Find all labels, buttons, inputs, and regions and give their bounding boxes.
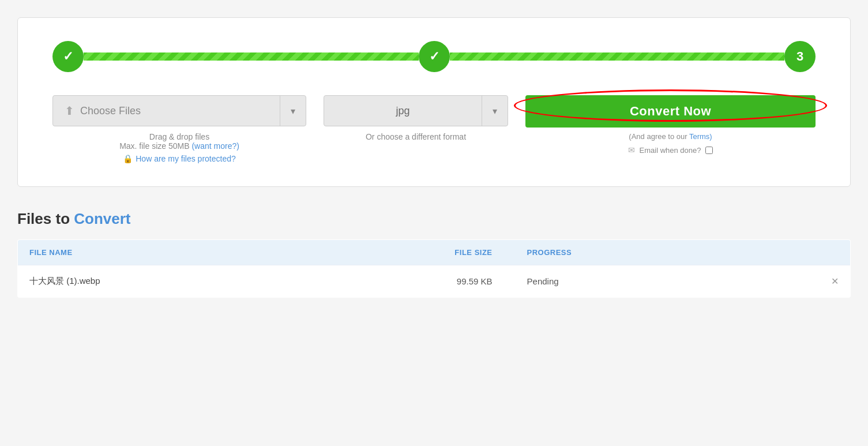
format-value[interactable]: jpg [324, 97, 482, 125]
choose-files-dropdown-arrow[interactable]: ▾ [280, 98, 306, 125]
format-select-button[interactable]: jpg ▾ [324, 95, 508, 126]
lock-icon: 🔒 [123, 154, 133, 163]
step-line-1 [84, 53, 419, 61]
table-row: 十大风景 (1).webp 99.59 KB Pending ✕ [18, 265, 851, 298]
choose-files-label: Choose Files [80, 105, 141, 117]
step-1-circle: ✓ [52, 41, 84, 72]
converter-card: ✓ ✓ 3 ⬆ Choose Files ▾ Drag [17, 17, 851, 187]
cell-filesize: 99.59 KB [313, 265, 504, 298]
format-helper-text: Or choose a different format [324, 132, 508, 141]
email-row: ✉ Email when done? [628, 145, 713, 155]
step-3-circle: 3 [784, 41, 816, 72]
protection-link[interactable]: 🔒 How are my files protected? [123, 154, 236, 163]
want-more-link[interactable]: (want more?) [191, 141, 239, 151]
choose-files-info: Drag & drop files Max. file size 50MB (w… [52, 132, 306, 163]
col-header-progress: PROGRESS [504, 240, 754, 265]
progress-steps: ✓ ✓ 3 [52, 41, 816, 72]
terms-text: (And agree to our Terms) [629, 132, 712, 141]
convert-now-button[interactable]: Convert Now [525, 95, 816, 128]
upload-icon: ⬆ [65, 104, 74, 118]
table-body: 十大风景 (1).webp 99.59 KB Pending ✕ [18, 265, 851, 298]
col-header-filename: FILE NAME [18, 240, 313, 265]
controls-row: ⬆ Choose Files ▾ Drag & drop files Max. … [52, 95, 816, 163]
files-heading: Files to Convert [17, 210, 851, 228]
files-section: Files to Convert FILE NAME FILE SIZE PRO… [17, 210, 851, 298]
choose-files-main[interactable]: ⬆ Choose Files [53, 96, 280, 126]
table-header: FILE NAME FILE SIZE PROGRESS [18, 240, 851, 265]
file-size-text: Max. file size 50MB (want more?) [52, 141, 306, 151]
files-table: FILE NAME FILE SIZE PROGRESS 十大风景 (1).we… [17, 239, 851, 298]
cell-progress: Pending [504, 265, 754, 298]
convert-now-section: Convert Now (And agree to our Terms) ✉ E… [525, 95, 816, 155]
remove-button[interactable]: ✕ [753, 265, 850, 298]
email-icon: ✉ [628, 145, 635, 155]
email-checkbox[interactable] [705, 147, 713, 154]
choose-files-section: ⬆ Choose Files ▾ Drag & drop files Max. … [52, 95, 306, 163]
cell-filename: 十大风景 (1).webp [18, 265, 313, 298]
drag-drop-text: Drag & drop files [52, 132, 306, 141]
format-section: jpg ▾ Or choose a different format [324, 95, 508, 141]
step-2-circle: ✓ [419, 41, 450, 72]
col-header-filesize: FILE SIZE [313, 240, 504, 265]
format-dropdown-arrow[interactable]: ▾ [482, 98, 508, 125]
terms-link[interactable]: Terms) [689, 132, 712, 141]
email-label: Email when done? [640, 146, 701, 155]
choose-files-button[interactable]: ⬆ Choose Files ▾ [52, 95, 306, 126]
step-line-2 [450, 53, 785, 61]
